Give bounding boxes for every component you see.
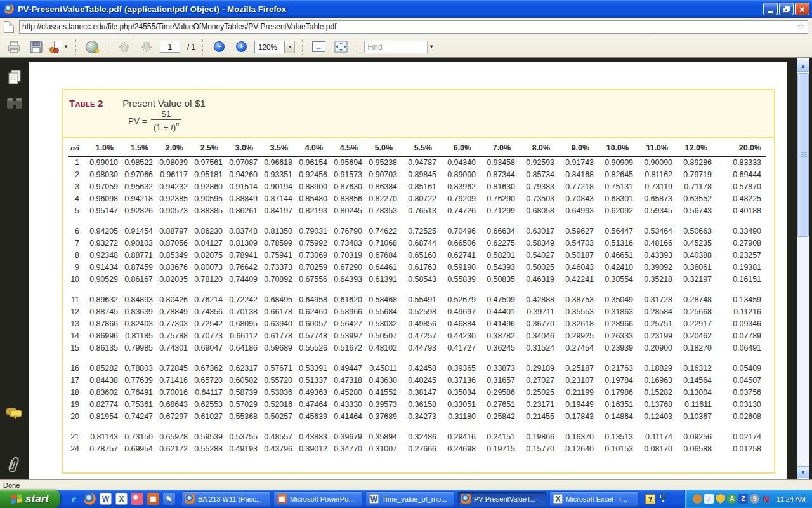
zoom-combo[interactable]: 120% ▼	[254, 41, 295, 53]
pv-cell: 0.14864	[595, 410, 634, 422]
pv-cell: 0.90529	[84, 273, 119, 285]
task-button[interactable]: PV-PresentValueT...	[457, 491, 547, 507]
journal-icon[interactable]: ✎	[163, 493, 175, 505]
help-icon[interactable]: ?	[645, 494, 655, 504]
zoom-dropdown-caret[interactable]: ▼	[285, 41, 295, 53]
pv-cell: 0.38554	[595, 273, 634, 285]
pv-cell: 0.73119	[634, 180, 674, 192]
period-cell: 5	[68, 204, 84, 217]
pv-cell: 0.82774	[84, 398, 119, 410]
pv-cell: 0.36770	[516, 318, 556, 330]
word-icon[interactable]: W	[100, 493, 112, 505]
pv-cell: 0.65160	[398, 249, 438, 261]
comments-panel-icon[interactable]	[5, 406, 23, 424]
binoculars-icon[interactable]	[5, 95, 24, 113]
pv-cell: 0.47318	[329, 374, 363, 386]
pv-cell: 0.46319	[516, 273, 556, 285]
toolbar-separator	[75, 39, 76, 55]
pv-cell: 0.16312	[674, 362, 713, 374]
pv-cell: 0.89000	[438, 168, 477, 180]
pv-cell: 0.78803	[119, 362, 154, 374]
novell-icon[interactable]: N	[761, 494, 771, 504]
pv-cell: 0.88900	[294, 180, 329, 192]
task-button-label: Microsoft PowerPo...	[290, 495, 354, 503]
close-button[interactable]: ×	[795, 3, 809, 15]
restore-button[interactable]	[779, 3, 794, 15]
scroll-up-button[interactable]: ▲	[797, 60, 809, 72]
pv-cell: 0.38147	[398, 386, 438, 398]
zoom-out-button[interactable]: −	[210, 38, 228, 56]
pv-cell: 0.79209	[438, 192, 477, 204]
period-cell: 8	[68, 249, 84, 261]
pv-cell: 0.75131	[595, 180, 634, 192]
tools-icon[interactable]: ∕	[704, 494, 714, 504]
bookmark-star-icon[interactable]: ☆	[797, 21, 805, 32]
excel-icon[interactable]: X	[115, 493, 128, 505]
next-page-button[interactable]	[138, 38, 155, 56]
pv-cell: 0.71416	[154, 374, 189, 386]
pv-cell: 0.46884	[438, 318, 477, 330]
pv-cell: 0.73483	[329, 237, 363, 249]
minimize-button[interactable]	[763, 3, 778, 15]
email-button[interactable]: ▼	[49, 38, 69, 56]
save-button[interactable]	[27, 38, 45, 56]
pv-cell: 0.80245	[329, 204, 363, 217]
pv-cell: 0.96154	[294, 156, 329, 168]
internet-explorer-icon[interactable]: e	[68, 493, 80, 505]
pv-cell: 0.80722	[398, 192, 438, 204]
group-gap	[68, 285, 766, 293]
key-icon[interactable]	[131, 493, 143, 505]
start-button[interactable]: start	[0, 490, 60, 508]
pv-cell: 0.90194	[259, 180, 294, 192]
email-dropdown-caret[interactable]: ▼	[63, 44, 69, 50]
group-gap	[68, 422, 766, 431]
media-icon[interactable]: 9	[750, 494, 759, 504]
pv-cell: 0.94260	[224, 168, 259, 180]
web-button[interactable]: ★	[83, 38, 101, 56]
pv-cell: 0.62553	[189, 398, 224, 410]
fit-width-button[interactable]: ↔	[310, 38, 327, 56]
pv-cell: 0.65873	[634, 192, 674, 204]
pv-cell: 0.95238	[363, 156, 398, 168]
pv-cell: 0.60057	[294, 318, 329, 330]
messenger-icon[interactable]	[693, 494, 702, 504]
pv-cell: 0.11174	[634, 431, 674, 443]
rate-header: 12.0%	[674, 142, 713, 156]
pages-panel-icon[interactable]	[5, 69, 23, 89]
task-button[interactable]: WTime_value_of_mo...	[365, 491, 455, 507]
shield-icon[interactable]	[716, 494, 725, 504]
pv-cell: 0.61620	[329, 293, 363, 305]
scroll-down-button[interactable]: ▼	[797, 466, 809, 478]
window-title: PV-PresentValueTable.pdf (application/pd…	[18, 4, 286, 14]
fit-page-button[interactable]	[332, 38, 350, 56]
pv-cell: 0.92456	[294, 168, 329, 180]
find-input[interactable]	[364, 41, 428, 53]
pv-cell: 0.91514	[224, 180, 259, 192]
previous-page-button[interactable]	[115, 38, 133, 56]
pv-row: 150.861350.799850.743010.690470.641860.5…	[68, 342, 766, 354]
pv-cell: 0.83856	[329, 192, 363, 204]
firefox-icon[interactable]	[84, 493, 96, 505]
task-button[interactable]: XMicrosoft Excel - r...	[549, 491, 639, 507]
pv-header-row: n/i1.0%1.5%2.0%2.5%3.0%3.5%4.0%4.5%5.0%5…	[68, 142, 766, 156]
find-dropdown-caret[interactable]: ▼	[429, 44, 434, 50]
pv-cell: 0.89632	[84, 293, 119, 305]
scrollbar-thumb[interactable]	[797, 73, 809, 237]
url-input[interactable]: http://classes.lanecc.edu/file.php/24555…	[19, 20, 808, 34]
print-button[interactable]	[5, 38, 23, 56]
page-number-input[interactable]	[160, 41, 180, 53]
task-button[interactable]: BA 213 W11 (Pasc...	[181, 491, 271, 507]
pv-cell: 0.64461	[363, 261, 398, 273]
pv-cell: 0.70496	[438, 225, 477, 237]
zone-icon[interactable]: Z	[738, 494, 748, 504]
pv-cell: 0.82193	[294, 204, 329, 217]
zoom-in-button[interactable]: +	[232, 38, 250, 56]
attachments-paperclip-icon[interactable]	[5, 456, 22, 478]
powerpoint-icon[interactable]: ▦	[147, 493, 159, 505]
vertical-scrollbar[interactable]: ▲ ▼	[797, 58, 809, 479]
pv-cell: 0.37689	[363, 410, 398, 422]
task-button[interactable]: ▦Microsoft PowerPo...	[273, 491, 363, 507]
show-hidden-icons-chevron[interactable]: ▼	[660, 495, 665, 503]
antivirus-icon[interactable]: A	[727, 494, 737, 504]
pv-row: 100.905290.861670.820350.781200.744090.7…	[68, 273, 766, 285]
